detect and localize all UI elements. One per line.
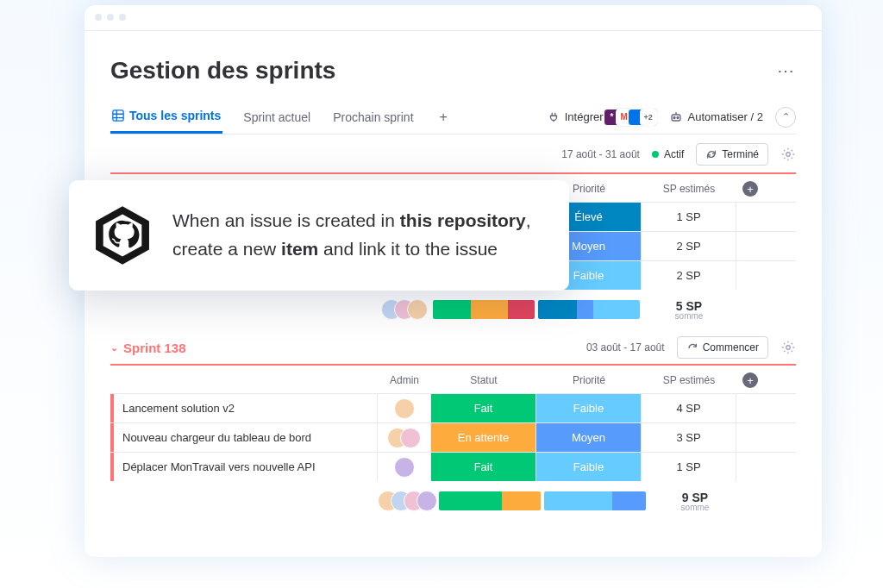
svg-point-5	[673, 116, 675, 118]
empty-cell	[736, 423, 764, 452]
callout-text: When an issue is created in this reposit…	[172, 207, 545, 263]
callout-text-part: and link it to the issue	[318, 239, 498, 259]
admin-cell[interactable]	[378, 453, 431, 481]
collapse-right-panel-button[interactable]: ⌃	[775, 107, 796, 128]
callout-text-bold: item	[281, 239, 318, 259]
table-icon	[112, 109, 124, 122]
add-column-button[interactable]: +	[742, 181, 758, 197]
callout-text-part: When an issue is created in	[172, 210, 400, 230]
window-titlebar	[85, 5, 822, 31]
more-integrations-badge: +2	[640, 109, 657, 126]
svg-point-6	[677, 116, 679, 118]
status-cell[interactable]: En attente	[431, 423, 536, 452]
tab-label: Prochain sprint	[333, 110, 413, 124]
refresh-icon	[705, 148, 717, 160]
tab-all-sprints[interactable]: Tous les sprints	[110, 100, 222, 134]
sprint138-columns: Admin Statut Priorité SP estimés +	[110, 367, 796, 393]
sp-cell[interactable]: 1 SP	[642, 203, 736, 231]
admin-cell[interactable]	[378, 394, 431, 422]
group-underline	[110, 172, 796, 174]
sprint139-header-bar: 17 août - 31 août Actif Terminé	[110, 134, 796, 172]
tabs-row: Tous les sprints Sprint actuel Prochain …	[110, 100, 796, 134]
group-title-label: Sprint 138	[123, 341, 186, 355]
sp-cell[interactable]: 2 SP	[642, 232, 736, 260]
empty-cell	[736, 453, 764, 481]
item-cell[interactable]: Lancement solution v2	[110, 394, 378, 422]
table-row[interactable]: Lancement solution v2 Fait Faible 4 SP	[110, 393, 796, 422]
sp-summary: 5 SP somme	[642, 299, 736, 321]
automate-button[interactable]: Automatiser / 2	[669, 110, 763, 124]
start-button[interactable]: Commencer	[677, 336, 768, 359]
gear-icon[interactable]	[780, 340, 796, 355]
tab-current-sprint[interactable]: Sprint actuel	[241, 102, 312, 133]
avatar-stack	[378, 491, 437, 511]
refresh-icon	[686, 341, 698, 353]
empty-cell	[736, 203, 764, 231]
group-underline	[110, 364, 796, 366]
sprint138-summary: 9 SP somme	[110, 481, 796, 516]
column-status[interactable]: Statut	[431, 374, 536, 386]
window-dot	[119, 14, 126, 21]
chevron-down-icon: ⌄	[110, 342, 118, 353]
sp-cell[interactable]: 3 SP	[642, 423, 736, 452]
avatar-stack	[381, 299, 428, 320]
integration-chips: * M +2	[609, 109, 657, 126]
sprint-status: Actif	[652, 148, 684, 160]
column-sp[interactable]: SP estimés	[642, 183, 736, 195]
sp-cell[interactable]: 1 SP	[642, 453, 736, 481]
gear-icon[interactable]	[780, 147, 796, 162]
svg-point-9	[786, 346, 791, 350]
sprint139-summary: 5 SP somme	[110, 290, 796, 324]
priority-cell[interactable]: Faible	[536, 394, 642, 422]
tab-label: Sprint actuel	[243, 110, 310, 124]
status-cell[interactable]: Fait	[431, 453, 536, 481]
start-button-label: Commencer	[703, 341, 759, 353]
priority-summary-bar	[538, 300, 640, 319]
robot-icon	[669, 110, 683, 124]
tab-next-sprint[interactable]: Prochain sprint	[331, 102, 415, 133]
item-cell[interactable]: Déplacer MonTravail vers nouvelle API	[110, 453, 378, 481]
column-admin[interactable]: Admin	[378, 374, 431, 386]
priority-cell[interactable]: Moyen	[536, 423, 642, 452]
window-dot	[95, 14, 102, 21]
group-title-sprint138[interactable]: ⌄ Sprint 138	[110, 341, 186, 355]
page-title: Gestion des sprints	[110, 57, 335, 84]
plug-icon	[548, 111, 560, 123]
priority-cell[interactable]: Faible	[536, 453, 642, 481]
date-range: 03 août - 17 août	[586, 341, 665, 353]
more-menu-button[interactable]: ⋯	[775, 60, 796, 81]
window-dot	[107, 14, 114, 21]
sp-summary: 9 SP somme	[648, 491, 742, 512]
priority-summary-bar	[544, 491, 646, 510]
column-sp[interactable]: SP estimés	[642, 374, 736, 386]
sp-sum-label: somme	[642, 311, 736, 321]
date-range: 17 août - 31 août	[561, 148, 640, 160]
status-summary-bar	[433, 300, 535, 319]
done-button[interactable]: Terminé	[696, 143, 768, 166]
table-row[interactable]: Déplacer MonTravail vers nouvelle API Fa…	[110, 452, 796, 481]
integrate-label: Intégrer	[565, 110, 604, 123]
add-column-button[interactable]: +	[742, 372, 758, 388]
tab-label: Tous les sprints	[129, 109, 221, 122]
table-row[interactable]: Nouveau chargeur du tableau de bord En a…	[110, 422, 796, 452]
automate-label: Automatiser / 2	[688, 110, 763, 123]
github-icon	[91, 204, 153, 266]
status-label: Actif	[664, 148, 684, 160]
done-button-label: Terminé	[722, 148, 759, 160]
status-dot-icon	[652, 151, 659, 158]
github-automation-callout: When an issue is created in this reposit…	[69, 180, 569, 291]
svg-point-8	[786, 153, 791, 157]
add-tab-button[interactable]: +	[435, 109, 453, 125]
item-cell[interactable]: Nouveau chargeur du tableau de bord	[110, 423, 378, 452]
sp-cell[interactable]: 4 SP	[642, 394, 736, 422]
empty-cell	[736, 232, 764, 260]
status-summary-bar	[439, 491, 541, 510]
svg-rect-0	[113, 110, 123, 121]
integrate-button[interactable]: Intégrer * M +2	[548, 109, 657, 126]
sp-cell[interactable]: 2 SP	[642, 261, 736, 290]
status-cell[interactable]: Fait	[431, 394, 536, 422]
empty-cell	[736, 394, 764, 422]
callout-text-bold: this repository	[400, 210, 526, 230]
admin-cell[interactable]	[378, 423, 431, 452]
column-priority[interactable]: Priorité	[536, 374, 642, 386]
